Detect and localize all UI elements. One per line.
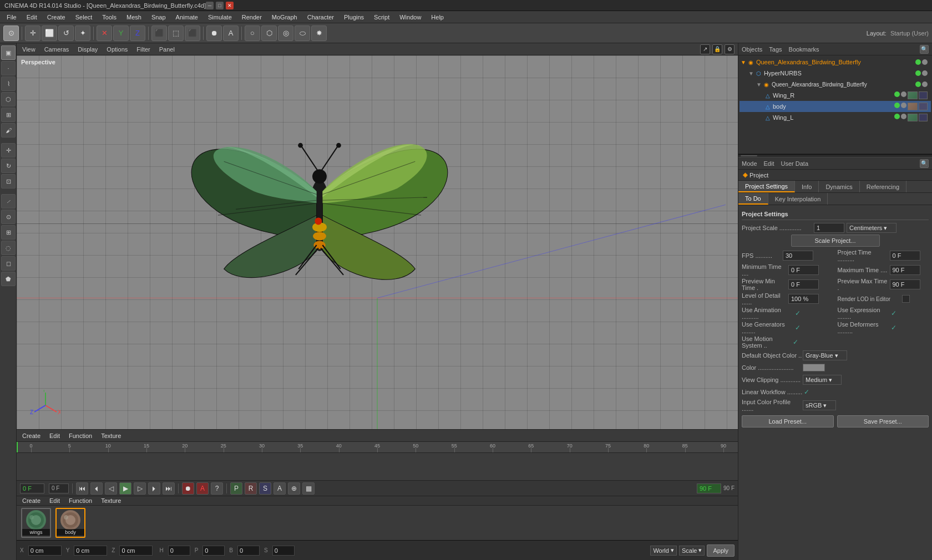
root-vis-dot[interactable] <box>915 59 921 65</box>
field-fps[interactable]: 30 <box>783 251 813 261</box>
toolbar-select-button[interactable]: ✛ <box>25 26 40 41</box>
body-vis-dot[interactable] <box>894 103 900 108</box>
material-body[interactable]: body <box>55 508 85 538</box>
timeline-tracks[interactable] <box>17 453 738 480</box>
mat-edit[interactable]: Edit <box>47 497 62 505</box>
tab-dynamics[interactable]: Dynamics <box>819 181 859 192</box>
tab-info[interactable]: Info <box>795 181 819 192</box>
nurbs-vis-dot[interactable] <box>915 70 921 76</box>
tool-scale[interactable]: ⊡ <box>1 174 16 189</box>
obj-search-icon[interactable]: 🔍 <box>920 45 929 54</box>
body-mat-thumb2[interactable] <box>919 103 928 110</box>
tool-array[interactable]: ⊞ <box>1 225 16 240</box>
tree-expand-root[interactable]: ▼ <box>741 59 746 65</box>
toolbar-cube[interactable]: ⬡ <box>261 26 277 41</box>
toolbar-y-button[interactable]: Y <box>113 26 129 41</box>
vp-lock-button[interactable]: 🔒 <box>712 44 722 54</box>
check-use-def[interactable]: ✓ <box>890 324 898 332</box>
menu-item-help[interactable]: Help <box>427 13 448 22</box>
tool-points[interactable]: · <box>1 61 16 75</box>
all-key-button[interactable]: A <box>273 482 286 495</box>
tool-model[interactable]: ▣ <box>1 45 16 60</box>
toolbar-null-obj[interactable]: ○ <box>245 26 260 41</box>
toolbar-render-all[interactable]: ⬛ <box>185 26 200 41</box>
current-frame-field[interactable]: 0 F <box>20 483 44 493</box>
tool-extrude[interactable]: ⬟ <box>1 272 16 286</box>
tl-function[interactable]: Function <box>67 432 94 440</box>
world-dropdown[interactable]: World ▾ <box>650 546 677 556</box>
transform-p-field[interactable]: 0 <box>202 546 225 556</box>
wingl-mat-thumb2[interactable] <box>919 114 928 121</box>
menu-item-animate[interactable]: Animate <box>171 13 202 22</box>
wingr-vis-dot[interactable] <box>894 91 900 97</box>
toolbar-z-button[interactable]: Z <box>130 26 145 41</box>
menu-item-file[interactable]: File <box>2 13 21 22</box>
null-vis-dot[interactable] <box>915 82 921 87</box>
tl-create[interactable]: Create <box>20 432 43 440</box>
playhead[interactable] <box>17 442 18 452</box>
dropdown-default-color[interactable]: Gray-Blue ▾ <box>803 350 847 360</box>
scale-key-button[interactable]: S <box>259 482 271 495</box>
menu-item-edit[interactable]: Edit <box>22 13 42 22</box>
body-mat-thumb[interactable] <box>908 103 918 110</box>
tool-knife[interactable]: ⟋ <box>1 194 16 208</box>
tree-root-butterfly[interactable]: ▼ ◉ Queen_Alexandras_Birdwing_Butterfly <box>739 57 931 68</box>
toolbar-light[interactable]: ✸ <box>311 26 327 41</box>
vp-tb-cameras[interactable]: Cameras <box>42 45 72 53</box>
vp-tb-view[interactable]: View <box>20 45 38 53</box>
vp-expand-button[interactable]: ↗ <box>700 44 710 54</box>
toolbar-render-view[interactable]: ⬛ <box>151 26 167 41</box>
material-wings[interactable]: wings <box>21 508 51 538</box>
next-frame-button[interactable]: ⏵ <box>148 482 160 495</box>
min-frame-field[interactable]: 0 F <box>49 483 69 493</box>
toolbar-anim-auto[interactable]: A <box>223 26 239 41</box>
close-button[interactable]: ✕ <box>226 2 234 9</box>
wingr-render-dot[interactable] <box>901 91 906 97</box>
obj-tb-tags[interactable]: Tags <box>769 46 782 53</box>
check-use-motion[interactable]: ✓ <box>792 338 799 346</box>
tl-texture[interactable]: Texture <box>99 432 123 440</box>
toolbar-mode-button[interactable]: ⊙ <box>3 26 19 41</box>
null-render-dot[interactable] <box>922 82 928 87</box>
root-render-dot[interactable] <box>922 59 928 65</box>
tool-magnet[interactable]: ⊙ <box>1 210 16 224</box>
toolbar-sphere[interactable]: ◎ <box>278 26 293 41</box>
field-min-time[interactable]: 0 F <box>788 265 819 275</box>
menu-item-snap[interactable]: Snap <box>147 13 170 22</box>
nurbs-render-dot[interactable] <box>922 70 928 76</box>
tool-spline[interactable]: ◌ <box>1 241 16 255</box>
field-project-time[interactable]: 0 F <box>890 251 920 261</box>
tab-todo[interactable]: To Do <box>738 193 768 205</box>
pos-key-button[interactable]: P <box>230 482 242 495</box>
tool-bevel[interactable]: ◻ <box>1 256 16 271</box>
dropdown-input-color[interactable]: sRGB ▾ <box>803 400 836 410</box>
field-preview-min[interactable]: 0 F <box>788 279 819 289</box>
toolbar-scale-button[interactable]: ✦ <box>75 26 90 41</box>
tab-project-settings[interactable]: Project Settings <box>738 181 795 192</box>
color-swatch[interactable] <box>803 364 825 371</box>
wingr-mat-thumb2[interactable] <box>919 91 928 99</box>
vp-tb-options[interactable]: Options <box>104 45 130 53</box>
menu-item-simulate[interactable]: Simulate <box>204 13 236 22</box>
save-preset-button[interactable]: Save Preset... <box>837 415 929 427</box>
check-use-anim[interactable]: ✓ <box>794 309 802 317</box>
mat-function[interactable]: Function <box>67 497 94 505</box>
attr-tb-edit[interactable]: Edit <box>764 160 774 167</box>
menu-item-mograph[interactable]: MoGraph <box>267 13 302 22</box>
wingl-vis-dot[interactable] <box>894 114 900 119</box>
tab-referencing[interactable]: Referencing <box>860 181 906 192</box>
transform-z-field[interactable]: 0 cm <box>119 546 153 556</box>
record-button[interactable]: ⏺ <box>182 482 194 495</box>
body-render-dot[interactable] <box>901 103 906 108</box>
obj-tb-objects[interactable]: Objects <box>742 46 762 53</box>
toolbar-move-button[interactable]: ⬜ <box>42 26 57 41</box>
menu-item-plugins[interactable]: Plugins <box>340 13 368 22</box>
tab-key-interp[interactable]: Key Interpolation <box>768 193 828 205</box>
tree-expand-null[interactable]: ▼ <box>756 82 762 88</box>
maximize-button[interactable]: □ <box>216 2 224 9</box>
vp-tb-filter[interactable]: Filter <box>134 45 152 53</box>
field-preview-max[interactable]: 90 F <box>890 279 920 289</box>
play-button[interactable]: ▶ <box>119 482 131 495</box>
transform-sx-field[interactable]: 0 <box>272 546 295 556</box>
loop-button[interactable]: ? <box>211 482 223 495</box>
